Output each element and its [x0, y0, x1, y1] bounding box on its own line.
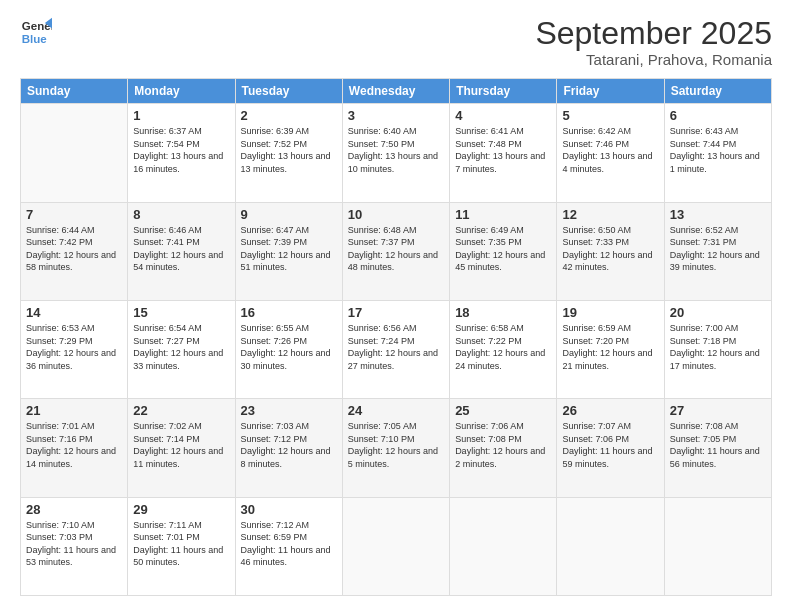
day-info: Sunrise: 7:03 AM Sunset: 7:12 PM Dayligh… — [241, 420, 337, 470]
day-number: 30 — [241, 502, 337, 517]
calendar-cell: 22Sunrise: 7:02 AM Sunset: 7:14 PM Dayli… — [128, 399, 235, 497]
day-number: 27 — [670, 403, 766, 418]
calendar-cell — [450, 497, 557, 595]
day-info: Sunrise: 7:12 AM Sunset: 6:59 PM Dayligh… — [241, 519, 337, 569]
svg-text:Blue: Blue — [22, 33, 48, 45]
day-number: 25 — [455, 403, 551, 418]
day-number: 28 — [26, 502, 122, 517]
day-number: 8 — [133, 207, 229, 222]
calendar-day-header: Friday — [557, 79, 664, 104]
day-info: Sunrise: 7:02 AM Sunset: 7:14 PM Dayligh… — [133, 420, 229, 470]
day-number: 2 — [241, 108, 337, 123]
calendar-week-row: 21Sunrise: 7:01 AM Sunset: 7:16 PM Dayli… — [21, 399, 772, 497]
day-info: Sunrise: 7:07 AM Sunset: 7:06 PM Dayligh… — [562, 420, 658, 470]
calendar-cell: 2Sunrise: 6:39 AM Sunset: 7:52 PM Daylig… — [235, 104, 342, 202]
calendar-cell — [21, 104, 128, 202]
day-info: Sunrise: 7:05 AM Sunset: 7:10 PM Dayligh… — [348, 420, 444, 470]
calendar-cell: 6Sunrise: 6:43 AM Sunset: 7:44 PM Daylig… — [664, 104, 771, 202]
day-number: 22 — [133, 403, 229, 418]
calendar-cell: 19Sunrise: 6:59 AM Sunset: 7:20 PM Dayli… — [557, 300, 664, 398]
calendar-day-header: Saturday — [664, 79, 771, 104]
calendar-cell: 30Sunrise: 7:12 AM Sunset: 6:59 PM Dayli… — [235, 497, 342, 595]
day-number: 19 — [562, 305, 658, 320]
day-info: Sunrise: 6:42 AM Sunset: 7:46 PM Dayligh… — [562, 125, 658, 175]
day-info: Sunrise: 6:54 AM Sunset: 7:27 PM Dayligh… — [133, 322, 229, 372]
calendar-week-row: 28Sunrise: 7:10 AM Sunset: 7:03 PM Dayli… — [21, 497, 772, 595]
calendar-cell: 21Sunrise: 7:01 AM Sunset: 7:16 PM Dayli… — [21, 399, 128, 497]
calendar-cell: 1Sunrise: 6:37 AM Sunset: 7:54 PM Daylig… — [128, 104, 235, 202]
day-number: 14 — [26, 305, 122, 320]
day-number: 17 — [348, 305, 444, 320]
day-info: Sunrise: 6:47 AM Sunset: 7:39 PM Dayligh… — [241, 224, 337, 274]
day-info: Sunrise: 7:06 AM Sunset: 7:08 PM Dayligh… — [455, 420, 551, 470]
calendar-week-row: 14Sunrise: 6:53 AM Sunset: 7:29 PM Dayli… — [21, 300, 772, 398]
day-info: Sunrise: 6:49 AM Sunset: 7:35 PM Dayligh… — [455, 224, 551, 274]
calendar-cell: 4Sunrise: 6:41 AM Sunset: 7:48 PM Daylig… — [450, 104, 557, 202]
day-number: 26 — [562, 403, 658, 418]
day-info: Sunrise: 6:55 AM Sunset: 7:26 PM Dayligh… — [241, 322, 337, 372]
day-info: Sunrise: 6:44 AM Sunset: 7:42 PM Dayligh… — [26, 224, 122, 274]
day-number: 29 — [133, 502, 229, 517]
day-info: Sunrise: 6:52 AM Sunset: 7:31 PM Dayligh… — [670, 224, 766, 274]
calendar-header-row: SundayMondayTuesdayWednesdayThursdayFrid… — [21, 79, 772, 104]
main-title: September 2025 — [535, 16, 772, 51]
day-number: 24 — [348, 403, 444, 418]
logo: General Blue — [20, 16, 52, 48]
calendar-cell: 26Sunrise: 7:07 AM Sunset: 7:06 PM Dayli… — [557, 399, 664, 497]
day-info: Sunrise: 6:43 AM Sunset: 7:44 PM Dayligh… — [670, 125, 766, 175]
calendar-day-header: Tuesday — [235, 79, 342, 104]
day-info: Sunrise: 6:56 AM Sunset: 7:24 PM Dayligh… — [348, 322, 444, 372]
day-number: 3 — [348, 108, 444, 123]
calendar-day-header: Monday — [128, 79, 235, 104]
day-info: Sunrise: 6:46 AM Sunset: 7:41 PM Dayligh… — [133, 224, 229, 274]
day-info: Sunrise: 6:59 AM Sunset: 7:20 PM Dayligh… — [562, 322, 658, 372]
calendar-cell: 16Sunrise: 6:55 AM Sunset: 7:26 PM Dayli… — [235, 300, 342, 398]
day-info: Sunrise: 7:10 AM Sunset: 7:03 PM Dayligh… — [26, 519, 122, 569]
day-number: 13 — [670, 207, 766, 222]
day-info: Sunrise: 7:08 AM Sunset: 7:05 PM Dayligh… — [670, 420, 766, 470]
day-number: 7 — [26, 207, 122, 222]
calendar-cell: 18Sunrise: 6:58 AM Sunset: 7:22 PM Dayli… — [450, 300, 557, 398]
calendar-cell: 5Sunrise: 6:42 AM Sunset: 7:46 PM Daylig… — [557, 104, 664, 202]
day-number: 10 — [348, 207, 444, 222]
logo-icon: General Blue — [20, 16, 52, 48]
header: General Blue September 2025 Tatarani, Pr… — [20, 16, 772, 68]
day-info: Sunrise: 6:39 AM Sunset: 7:52 PM Dayligh… — [241, 125, 337, 175]
day-number: 16 — [241, 305, 337, 320]
calendar-cell: 7Sunrise: 6:44 AM Sunset: 7:42 PM Daylig… — [21, 202, 128, 300]
calendar-table: SundayMondayTuesdayWednesdayThursdayFrid… — [20, 78, 772, 596]
calendar-cell — [557, 497, 664, 595]
calendar-cell: 17Sunrise: 6:56 AM Sunset: 7:24 PM Dayli… — [342, 300, 449, 398]
calendar-cell: 9Sunrise: 6:47 AM Sunset: 7:39 PM Daylig… — [235, 202, 342, 300]
calendar-cell: 12Sunrise: 6:50 AM Sunset: 7:33 PM Dayli… — [557, 202, 664, 300]
day-info: Sunrise: 6:48 AM Sunset: 7:37 PM Dayligh… — [348, 224, 444, 274]
day-info: Sunrise: 6:41 AM Sunset: 7:48 PM Dayligh… — [455, 125, 551, 175]
calendar-cell: 23Sunrise: 7:03 AM Sunset: 7:12 PM Dayli… — [235, 399, 342, 497]
day-info: Sunrise: 6:37 AM Sunset: 7:54 PM Dayligh… — [133, 125, 229, 175]
calendar-cell: 10Sunrise: 6:48 AM Sunset: 7:37 PM Dayli… — [342, 202, 449, 300]
day-number: 23 — [241, 403, 337, 418]
day-number: 5 — [562, 108, 658, 123]
day-number: 4 — [455, 108, 551, 123]
calendar-cell: 8Sunrise: 6:46 AM Sunset: 7:41 PM Daylig… — [128, 202, 235, 300]
day-number: 6 — [670, 108, 766, 123]
day-number: 11 — [455, 207, 551, 222]
day-number: 12 — [562, 207, 658, 222]
calendar-cell: 20Sunrise: 7:00 AM Sunset: 7:18 PM Dayli… — [664, 300, 771, 398]
day-info: Sunrise: 7:00 AM Sunset: 7:18 PM Dayligh… — [670, 322, 766, 372]
calendar-day-header: Sunday — [21, 79, 128, 104]
day-info: Sunrise: 6:53 AM Sunset: 7:29 PM Dayligh… — [26, 322, 122, 372]
calendar-day-header: Wednesday — [342, 79, 449, 104]
day-number: 9 — [241, 207, 337, 222]
day-info: Sunrise: 6:40 AM Sunset: 7:50 PM Dayligh… — [348, 125, 444, 175]
calendar-cell: 28Sunrise: 7:10 AM Sunset: 7:03 PM Dayli… — [21, 497, 128, 595]
calendar-cell: 13Sunrise: 6:52 AM Sunset: 7:31 PM Dayli… — [664, 202, 771, 300]
calendar-cell: 29Sunrise: 7:11 AM Sunset: 7:01 PM Dayli… — [128, 497, 235, 595]
day-number: 20 — [670, 305, 766, 320]
calendar-cell: 15Sunrise: 6:54 AM Sunset: 7:27 PM Dayli… — [128, 300, 235, 398]
calendar-cell: 14Sunrise: 6:53 AM Sunset: 7:29 PM Dayli… — [21, 300, 128, 398]
calendar-cell: 11Sunrise: 6:49 AM Sunset: 7:35 PM Dayli… — [450, 202, 557, 300]
day-number: 1 — [133, 108, 229, 123]
calendar-cell: 27Sunrise: 7:08 AM Sunset: 7:05 PM Dayli… — [664, 399, 771, 497]
calendar-day-header: Thursday — [450, 79, 557, 104]
